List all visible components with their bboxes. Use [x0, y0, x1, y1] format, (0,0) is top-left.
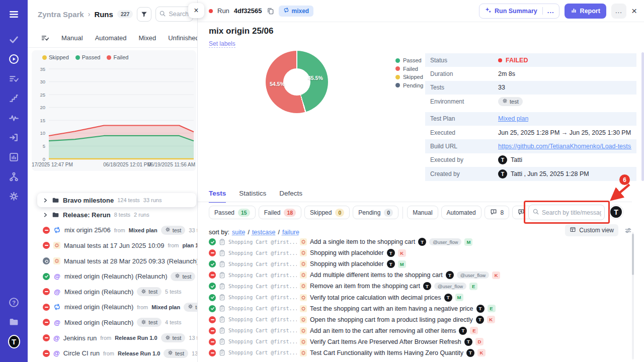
- run-folder-row[interactable]: Bravo milestone124 tests33 runs: [37, 193, 196, 207]
- tests-search[interactable]: [528, 205, 605, 220]
- runs-tab-manual[interactable]: Manual: [61, 34, 83, 42]
- help-icon[interactable]: ?: [8, 296, 20, 308]
- run-list-item[interactable]: Manual tests at 17 Jun 2025 10:09frompla…: [28, 238, 197, 253]
- filter-skipped-button[interactable]: Skipped0: [304, 206, 350, 219]
- filter-button[interactable]: [137, 7, 151, 22]
- test-row[interactable]: Shopping Cart @first...Test Cart Functio…: [209, 347, 632, 358]
- testcase-icon: [219, 239, 225, 245]
- branch-icon[interactable]: [8, 170, 20, 183]
- donut-legend-item[interactable]: Skipped: [395, 73, 423, 81]
- donut-legend-item[interactable]: Passed: [395, 56, 423, 65]
- check-icon[interactable]: [8, 33, 20, 45]
- folder-icon[interactable]: [8, 316, 20, 328]
- test-row[interactable]: Shopping Cart @first...Shopping with pla…: [209, 258, 632, 269]
- detail-link[interactable]: Mixed plan: [498, 115, 528, 122]
- copy-run-id-button[interactable]: [267, 7, 274, 15]
- failed-status-icon: [209, 349, 216, 356]
- play-circle-icon[interactable]: [8, 53, 20, 65]
- comment-exclaim-filter-button[interactable]: 8: [485, 206, 510, 219]
- avatar: T: [423, 282, 431, 290]
- gear-icon: [188, 304, 193, 310]
- set-labels-link[interactable]: Set labels: [209, 40, 235, 48]
- list-check-icon[interactable]: [8, 72, 20, 84]
- runs-tab-unfinished[interactable]: Unfinished: [168, 34, 197, 42]
- panel-scrollbar-thumb[interactable]: [641, 52, 644, 181]
- sliders-icon[interactable]: [624, 227, 632, 234]
- test-row[interactable]: Shopping Cart @first...Add an item to th…: [209, 325, 632, 336]
- test-row[interactable]: Shopping Cart @first...Verify Cart Items…: [209, 336, 632, 347]
- bar-chart-icon[interactable]: [8, 151, 20, 163]
- tab-defects[interactable]: Defects: [279, 190, 302, 203]
- runs-search[interactable]: [155, 7, 193, 22]
- filter-manual-button[interactable]: Manual: [407, 206, 438, 219]
- report-button[interactable]: Report: [565, 4, 606, 19]
- chevron-right-icon[interactable]: [43, 212, 48, 218]
- test-row[interactable]: Shopping Cart @first...Add multiple diff…: [209, 269, 632, 281]
- run-list-item[interactable]: Manual tests at 28 Mar 2025 09:33 (Relau…: [28, 253, 197, 269]
- run-list-item[interactable]: @Jenkins runfromRelease Run 1.0test13 te…: [28, 330, 197, 346]
- runs-panel: Zyntra Spark › Runs 227 × ManualAutomate…: [28, 0, 198, 362]
- run-list-item[interactable]: mix origin 25/06fromMixed plantest33 tes…: [28, 223, 197, 238]
- test-filters: Passed15Failed18Skipped0Pending0ManualAu…: [209, 206, 541, 219]
- test-row[interactable]: Shopping Cart @first...Add a single item…: [209, 236, 632, 247]
- detail-link[interactable]: https://github.com/TetianaKhomenko/Load-…: [498, 143, 631, 150]
- run-list-item[interactable]: mixed origin (Relaunch)fromMixed plantes…: [28, 300, 197, 315]
- run-plan-name[interactable]: plan 1: [182, 242, 197, 248]
- chevron-right-icon[interactable]: [43, 198, 48, 203]
- filter-pending-button[interactable]: Pending0: [353, 206, 398, 219]
- donut-legend-item[interactable]: Failed: [395, 65, 423, 73]
- menu-icon[interactable]: [8, 8, 20, 20]
- import-icon[interactable]: [8, 131, 20, 143]
- filter-passed-button[interactable]: Passed15: [209, 206, 256, 219]
- user-avatar[interactable]: T: [609, 205, 623, 219]
- donut-legend-item[interactable]: Pending: [395, 81, 423, 90]
- testcase-icon: [219, 305, 225, 312]
- run-plan-name[interactable]: Release Run 1.0: [115, 335, 157, 341]
- tab-statistics[interactable]: Statistics: [239, 190, 266, 203]
- gear-icon[interactable]: [8, 190, 20, 202]
- run-plan-name[interactable]: Mixed plan: [151, 304, 180, 310]
- detail-label: Executed: [430, 129, 498, 136]
- svg-text:06/18/2025 12:01 PM: 06/18/2025 12:01 PM: [103, 162, 151, 167]
- assignee-badge: K: [477, 349, 486, 356]
- runs-tab-mixed[interactable]: Mixed: [139, 34, 156, 42]
- more-actions-button[interactable]: ...: [611, 4, 626, 19]
- test-row[interactable]: Shopping Cart @first...Open the shopping…: [209, 314, 632, 325]
- breadcrumb-project[interactable]: Zyntra Spark: [38, 10, 84, 19]
- run-list-item[interactable]: @Circle CI runfromRelease Run 1.0test13 …: [28, 345, 197, 361]
- custom-view-button[interactable]: Custom view: [565, 224, 618, 236]
- filter-automated-button[interactable]: Automated: [441, 206, 481, 219]
- sort-suite-link[interactable]: suite: [232, 229, 245, 236]
- run-summary-more-button[interactable]: ...: [542, 7, 559, 15]
- run-list-item[interactable]: @Mixed origin (Relaunch)test5 tests: [28, 284, 197, 300]
- tests-scrollbar-thumb[interactable]: [632, 234, 634, 275]
- run-list-item[interactable]: @Mixed origin (Relaunch)test4 tests: [28, 315, 197, 330]
- run-plan-name[interactable]: Release Run 1.0: [118, 350, 160, 356]
- filter-failed-button[interactable]: Failed18: [259, 206, 301, 219]
- close-panel-button[interactable]: ×: [188, 3, 204, 18]
- run-folder-row[interactable]: Release: Rerun8 tests2 runs: [28, 207, 197, 223]
- svg-text:35: 35: [40, 66, 45, 72]
- test-row[interactable]: Shopping Cart @first...Verify total pric…: [209, 292, 632, 303]
- breadcrumb-separator: ›: [88, 10, 91, 18]
- manual-test-icon: [300, 305, 307, 312]
- pulse-icon[interactable]: [8, 112, 20, 124]
- sort-testcase-link[interactable]: testcase: [252, 229, 276, 236]
- tests-search-input[interactable]: [542, 209, 601, 216]
- sort-failure-link[interactable]: failure: [282, 229, 299, 236]
- run-summary-button[interactable]: Run Summary ...: [479, 4, 559, 19]
- test-row[interactable]: Shopping Cart @first...Shopping with pla…: [209, 247, 632, 258]
- run-folder-name: Release: Rerun: [63, 211, 111, 219]
- runs-tab-automated[interactable]: Automated: [95, 34, 127, 42]
- close-run-button[interactable]: ×: [631, 6, 637, 16]
- test-row[interactable]: Shopping Cart @first...Remove an item fr…: [209, 281, 632, 292]
- tab-tests[interactable]: Tests: [209, 190, 226, 203]
- run-plan-name[interactable]: Mixed plan: [129, 227, 157, 233]
- logo[interactable]: T: [8, 335, 20, 347]
- legend-dot: [395, 66, 400, 71]
- run-name: mixed origin (Relaunch): [64, 303, 133, 311]
- test-row[interactable]: Shopping Cart @first...Test the shopping…: [209, 303, 632, 314]
- steps-icon[interactable]: [8, 92, 20, 104]
- avatar: T: [476, 316, 484, 324]
- run-list-item[interactable]: @mixed origin (Relaunch) (Relaunch)test: [28, 268, 197, 284]
